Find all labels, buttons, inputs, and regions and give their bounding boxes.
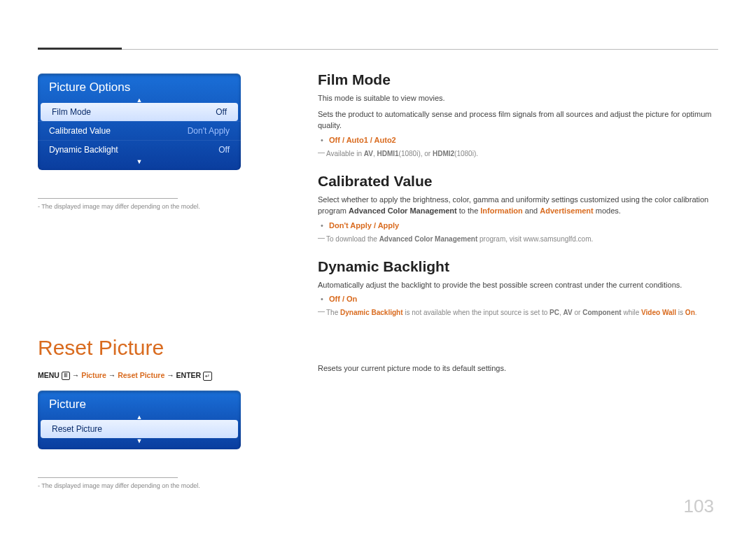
body-text: This mode is suitable to view movies.	[318, 92, 721, 104]
page-number: 103	[684, 496, 714, 517]
scroll-down-icon: ▼	[38, 438, 241, 444]
row-value: Off	[216, 107, 227, 117]
scroll-up-icon: ▲	[38, 97, 241, 103]
footnote-text: - The displayed image may differ dependi…	[38, 203, 241, 210]
header-rule-accent	[38, 48, 122, 50]
enter-icon: ↵	[203, 372, 212, 381]
menu-row-film-mode[interactable]: Film Mode Off	[41, 103, 238, 121]
header-rule	[38, 49, 718, 50]
row-value: Don't Apply	[188, 126, 230, 136]
reset-picture-heading: Reset Picture	[38, 336, 241, 360]
option-list: Off / Auto1 / Auto2	[318, 136, 721, 144]
note-text: To download the Advanced Color Managemen…	[318, 234, 721, 244]
note-text: The Dynamic Backlight is not available w…	[318, 307, 721, 318]
row-label: Dynamic Backlight	[49, 145, 118, 155]
option-list: Don't Apply / Apply	[318, 221, 721, 230]
reset-description: Resets your current picture mode to its …	[318, 363, 721, 374]
note-text: Available in AV, HDMI1(1080i), or HDMI2(…	[318, 148, 721, 159]
row-label: Reset Picture	[52, 424, 102, 434]
body-text: Sets the product to automatically sense …	[318, 108, 721, 132]
row-label: Calibrated Value	[49, 126, 111, 136]
film-mode-section: Film Mode This mode is suitable to view …	[318, 71, 721, 159]
body-text: Select whether to apply the brightness, …	[318, 194, 721, 217]
section-heading: Calibrated Value	[318, 173, 721, 190]
calibrated-value-section: Calibrated Value Select whether to apply…	[318, 173, 721, 244]
option-item: Don't Apply / Apply	[318, 221, 721, 230]
menu-row-reset-picture[interactable]: Reset Picture	[41, 420, 238, 438]
scroll-up-icon: ▲	[38, 414, 241, 420]
option-item: Off / Auto1 / Auto2	[318, 136, 721, 144]
footnote-divider	[38, 477, 178, 478]
row-label: Film Mode	[52, 107, 91, 117]
menu-row-dynamic-backlight[interactable]: Dynamic Backlight Off	[38, 140, 241, 159]
menu-path: MENU Ⅲ → Picture → Reset Picture → ENTER…	[38, 371, 241, 381]
section-heading: Dynamic Backlight	[318, 258, 721, 275]
picture-options-panel: Picture Options ▲ Film Mode Off Calibrat…	[38, 73, 241, 170]
menu-row-calibrated-value[interactable]: Calibrated Value Don't Apply	[38, 121, 241, 140]
picture-panel: Picture ▲ Reset Picture ▼	[38, 391, 241, 449]
dynamic-backlight-section: Dynamic Backlight Automatically adjust t…	[318, 258, 721, 318]
left-column: Picture Options ▲ Film Mode Off Calibrat…	[38, 73, 241, 489]
footnote-text: - The displayed image may differ dependi…	[38, 482, 241, 489]
row-value: Off	[218, 145, 230, 155]
footnote-divider	[38, 198, 178, 199]
scroll-down-icon: ▼	[38, 159, 241, 164]
right-column: Film Mode This mode is suitable to view …	[318, 71, 721, 379]
option-list: Off / On	[318, 295, 721, 303]
panel-title: Picture	[38, 391, 241, 414]
panel-title: Picture Options	[38, 73, 241, 97]
section-heading: Film Mode	[318, 71, 721, 88]
body-text: Automatically adjust the backlight to pr…	[318, 279, 721, 291]
option-item: Off / On	[318, 295, 721, 303]
menu-icon: Ⅲ	[62, 372, 70, 380]
